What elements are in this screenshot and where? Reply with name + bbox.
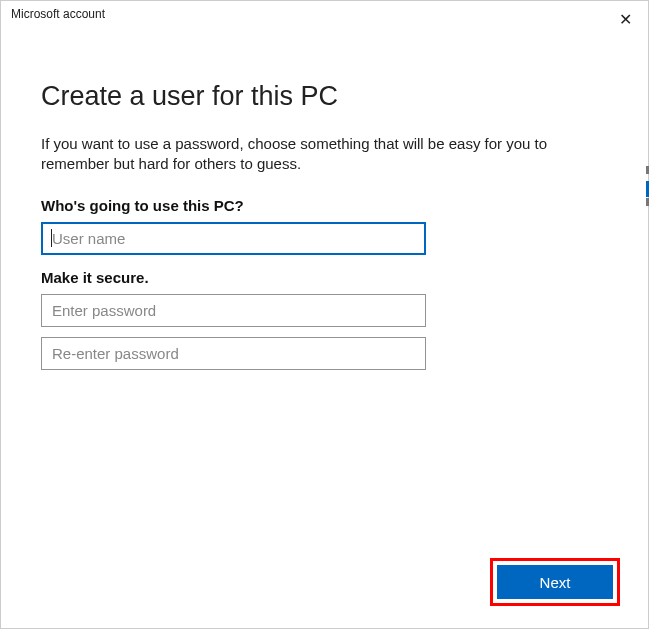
content-area: Create a user for this PC If you want to… — [1, 31, 648, 370]
page-subtitle: If you want to use a password, choose so… — [41, 134, 608, 175]
next-button[interactable]: Next — [497, 565, 613, 599]
page-title: Create a user for this PC — [41, 81, 608, 112]
username-section-label: Who's going to use this PC? — [41, 197, 608, 214]
titlebar: Microsoft account ✕ — [1, 1, 648, 31]
close-icon: ✕ — [619, 10, 632, 29]
edge-decoration — [646, 181, 649, 197]
password-section: Make it secure. — [41, 269, 608, 370]
password-input[interactable] — [41, 294, 426, 327]
edge-decoration — [646, 198, 649, 206]
reenter-password-input[interactable] — [41, 337, 426, 370]
text-cursor — [51, 229, 52, 247]
window-title: Microsoft account — [11, 7, 105, 21]
highlight-box: Next — [490, 558, 620, 606]
password-section-label: Make it secure. — [41, 269, 608, 286]
dialog-window: Microsoft account ✕ Create a user for th… — [0, 0, 649, 629]
username-field-wrap — [41, 222, 426, 255]
username-input[interactable] — [41, 222, 426, 255]
edge-decoration — [646, 166, 649, 174]
footer: Next — [490, 558, 620, 606]
close-button[interactable]: ✕ — [614, 7, 638, 31]
